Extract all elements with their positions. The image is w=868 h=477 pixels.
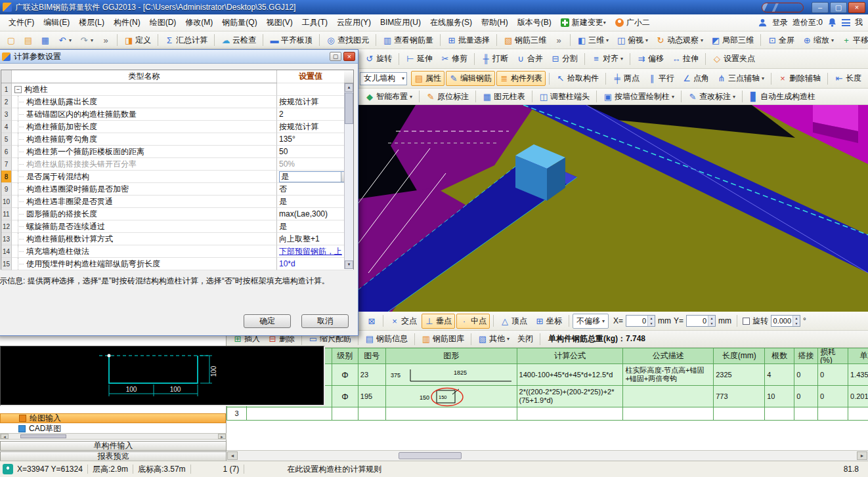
param-row-11[interactable]: 11圆形箍筋的搭接长度max(Lae,300) <box>1 208 353 220</box>
rebar-col-header-5[interactable]: 计算公式 <box>517 348 624 364</box>
param-value-combo[interactable]: 是▼ <box>279 171 351 182</box>
menu-version[interactable]: 版本号(B) <box>513 14 556 31</box>
y-coordinate-input[interactable]: 0 ▲▼ <box>686 315 716 327</box>
rotate-angle-input[interactable]: 0.000 ▲▼ <box>771 315 800 327</box>
param-header-name[interactable]: 类型名称 <box>12 70 277 83</box>
scroll-thumb[interactable] <box>345 93 353 124</box>
rotate[interactable]: ↺旋转 <box>362 51 395 66</box>
rebar-col-header-10[interactable]: 损耗(%) <box>818 348 848 364</box>
single-element-input-button[interactable]: 单构件输入 <box>0 441 227 451</box>
rebar-info[interactable]: ▤钢筋信息 <box>362 331 411 346</box>
horizontal-scrollbar[interactable]: ◄ ► <box>227 450 868 461</box>
spin-down-icon[interactable]: ▼ <box>708 321 715 326</box>
param-row-14[interactable]: 14填充墙构造柱做法下部预留钢筋，上 <box>1 245 353 258</box>
offset-mode[interactable]: 不偏移▾ <box>573 314 609 329</box>
param-value-11[interactable]: max(Lae,300) <box>277 208 353 220</box>
trim[interactable]: ✂修剪 <box>437 51 471 66</box>
full-screen[interactable]: ⊡全屏 <box>764 33 798 48</box>
param-value-9[interactable]: 否 <box>277 183 353 196</box>
rebar-cell-r3-c11[interactable] <box>848 407 868 421</box>
rebar-cell-r2-c9[interactable]: 0 <box>794 386 818 407</box>
login-button[interactable]: 登录 <box>772 17 788 28</box>
close-button[interactable]: × <box>848 2 865 13</box>
rebar-cell-r1-c9[interactable]: 0 <box>794 364 818 386</box>
snap-midpoint[interactable]: ∙中点 <box>456 314 490 329</box>
menu-rebar-quantity[interactable]: 钢筋量(Q) <box>217 14 261 31</box>
in-situ-annotation[interactable]: ✎原位标注 <box>423 89 472 104</box>
rebar-col-header-7[interactable]: 长度(mm) <box>714 348 765 364</box>
rebar-col-header-9[interactable]: 搭接 <box>794 348 818 364</box>
define[interactable]: ◨定义 <box>121 33 154 48</box>
rebar-cell-r2-c3[interactable]: 195 <box>358 386 386 407</box>
snap-vertex[interactable]: △顶点 <box>497 314 531 329</box>
element-type-combo[interactable]: 女儿墙构 ▾ <box>360 72 407 85</box>
parameter-table-scrollbar[interactable]: ▲ ▼ <box>344 83 353 269</box>
menu-floor[interactable]: 楼层(L) <box>74 14 109 31</box>
align[interactable]: ≡对齐▾ <box>588 51 626 66</box>
param-value-4[interactable]: 按规范计算 <box>277 121 353 133</box>
rebar-cell-r3-c9[interactable] <box>794 407 818 421</box>
param-row-6[interactable]: 6构造柱第一个箍筋距楼板面的距离50 <box>1 146 353 158</box>
properties[interactable]: ▤属性 <box>411 71 445 86</box>
restore-button[interactable]: ▢ <box>830 2 847 13</box>
param-value-1[interactable] <box>277 83 353 96</box>
rebar-cell-r3-c1[interactable] <box>247 407 332 421</box>
rebar-col-header-4[interactable]: 图形 <box>386 348 517 364</box>
param-row-2[interactable]: 2构造柱纵筋露出长度按规范计算 <box>1 96 353 108</box>
stretch[interactable]: ↔拉伸 <box>668 51 702 66</box>
menu-modify[interactable]: 修改(M) <box>181 14 217 31</box>
pick-element[interactable]: ↖拾取构件 <box>553 71 602 86</box>
x-spinner[interactable]: ▲▼ <box>647 316 655 326</box>
close-editor[interactable]: 关闭 <box>514 331 536 346</box>
offset[interactable]: ⇉偏移 <box>634 51 667 66</box>
rebar-cell-r2-c10[interactable]: 0 <box>818 386 848 407</box>
menu-view[interactable]: 视图(V) <box>262 14 297 31</box>
delete-aux-axis[interactable]: ×删除辅轴 <box>775 71 824 86</box>
scroll-left-icon[interactable]: ◄ <box>1 434 9 439</box>
edit-annotation[interactable]: ✎查改标注▾ <box>685 89 739 104</box>
menu-tools[interactable]: 工具(T) <box>297 14 332 31</box>
menu-element[interactable]: 构件(N) <box>109 14 145 31</box>
param-row-12[interactable]: 12螺旋箍筋是否连续通过是 <box>1 220 353 233</box>
menu-guang-xiao-er[interactable]: 广小二 <box>611 14 655 31</box>
local-3d[interactable]: ◩局部三维 <box>708 33 757 48</box>
rebar-cell-r3-c2[interactable] <box>332 407 358 421</box>
menu-file[interactable]: 文件(F) <box>4 14 39 31</box>
rebar-cell-r1-c6[interactable]: 柱实际高度-节点高+锚固+锚固+两倍弯钩 <box>623 364 714 386</box>
rebar-cell-r3-c0[interactable]: 3 <box>227 407 247 421</box>
orbit-view[interactable]: ↻动态观察▾ <box>653 33 706 48</box>
param-value-15[interactable]: 10*d <box>277 258 353 270</box>
rotate-spinner[interactable]: ▲▼ <box>792 316 800 326</box>
rebar-col-header-8[interactable]: 根数 <box>765 348 794 364</box>
edit-rebar[interactable]: ✎编辑钢筋 <box>446 71 495 86</box>
parallel-axis[interactable]: ∥平行 <box>644 71 678 86</box>
param-value-3[interactable]: 2 <box>277 108 353 121</box>
other[interactable]: ▧其他▾ <box>475 331 513 346</box>
batch-select[interactable]: ⊞批量选择 <box>444 33 493 48</box>
pan[interactable]: +平移▾ <box>838 33 868 48</box>
two-point-axis[interactable]: ╪两点 <box>609 71 643 86</box>
notification-bell-icon[interactable] <box>827 18 837 28</box>
spin-up-icon[interactable]: ▲ <box>648 316 655 321</box>
param-row-3[interactable]: 3基础锚固区内的构造柱箍筋数量2 <box>1 108 353 121</box>
view-top[interactable]: ◫俯视▾ <box>613 33 651 48</box>
rebar-cell-r2-c4[interactable]: 150150 <box>386 386 517 407</box>
scroll-thumb[interactable] <box>20 434 66 438</box>
find-element[interactable]: ◎查找图元 <box>323 33 372 48</box>
snap-coordinate[interactable]: ⊞坐标 <box>532 314 565 329</box>
dialog-close-button[interactable]: × <box>343 52 355 61</box>
rebar-cell-r1-c8[interactable]: 4 <box>765 364 794 386</box>
floor-indicator[interactable]: 1 (7) <box>223 465 240 474</box>
rebar-cell-r1-c4[interactable]: 3751825 <box>386 364 517 386</box>
rebar-gallery[interactable]: ▥钢筋图库 <box>418 331 467 346</box>
scroll-right-icon[interactable]: ► <box>857 451 867 460</box>
param-value-5[interactable]: 135° <box>277 133 353 146</box>
minimize-button[interactable]: – <box>812 2 829 13</box>
param-row-9[interactable]: 9构造柱遇圈梁时箍筋是否加密否 <box>1 183 353 196</box>
spin-down-icon[interactable]: ▼ <box>793 321 800 326</box>
param-row-4[interactable]: 4构造柱箍筋加密长度按规范计算 <box>1 121 353 133</box>
snap-intersection[interactable]: ×交点 <box>387 314 420 329</box>
rebar-cell-r1-c10[interactable]: 0 <box>818 364 848 386</box>
rebar-3d[interactable]: ▧钢筋三维 <box>500 33 550 48</box>
scroll-up-icon[interactable]: ▲ <box>345 83 353 92</box>
